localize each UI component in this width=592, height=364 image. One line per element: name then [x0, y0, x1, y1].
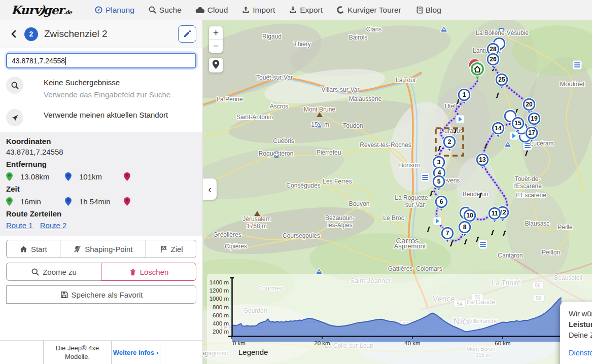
save-as-favorite-button[interactable]: Speichere als Favorit — [6, 285, 196, 304]
zoom-to-button[interactable]: Zoome zu — [6, 263, 101, 281]
map-label: Bendejun — [463, 191, 489, 198]
green-pin-icon — [6, 172, 13, 181]
distance-row: 13.08km 101km — [6, 172, 196, 181]
map-label: Roquestéron — [259, 150, 294, 157]
svg-text:1: 1 — [463, 91, 466, 98]
svg-text:7: 7 — [446, 230, 449, 237]
time-total: 1h 54min — [79, 197, 124, 206]
ad-more-info-link[interactable]: Weitere Infos› — [112, 341, 160, 364]
no-search-results-row: Keine Suchergebnisse Verwende das Eingab… — [0, 72, 202, 105]
elevation-profile-panel[interactable]: 1400 m1200 m1000 m800 m600 m400 m200 m0 … — [207, 274, 592, 364]
waypoint-number-badge: 2 — [24, 27, 38, 41]
svg-text:2: 2 — [448, 138, 451, 145]
map-label: Touët-sur-Var — [256, 74, 293, 81]
set-shaping-point-button[interactable]: Shaping-Point — [60, 240, 146, 258]
kurviger-logo[interactable]: Kurv)ger.de — [11, 3, 72, 17]
map-label: L'Escarène — [516, 192, 546, 199]
red-pin-icon — [124, 197, 131, 206]
nav-item-label: Suche — [159, 6, 182, 15]
search-icon — [6, 77, 23, 94]
y-axis-tick-label: 200 m — [213, 329, 229, 335]
nav-item-label: Planung — [106, 6, 134, 15]
map-label: Aspremont — [394, 242, 426, 250]
cloud-icon — [195, 6, 205, 14]
back-button[interactable] — [6, 25, 21, 43]
svg-text:13: 13 — [479, 156, 486, 163]
poi-menu-icon[interactable] — [478, 240, 487, 249]
distance-from-prev: 13.08km — [20, 172, 65, 181]
map-label: Cipières — [225, 243, 247, 250]
map-pin-icon — [212, 60, 220, 71]
delete-waypoint-button[interactable]: Löschen — [101, 263, 196, 281]
svg-text:25: 25 — [498, 76, 505, 83]
legend-toggle[interactable]: Legende — [238, 348, 268, 356]
nav-item-export[interactable]: Export — [289, 6, 323, 15]
sidebar-collapse-button[interactable]: ‹ — [203, 178, 217, 200]
coordinate-input[interactable]: 43.8781,7.24558 — [6, 53, 196, 68]
services-link[interactable]: Dienste a — [569, 348, 592, 358]
map-label: 15 — [311, 121, 318, 128]
nav-item-blog[interactable]: Blog — [415, 6, 441, 15]
coordinates-value: 43.8781,7.24558 — [6, 148, 196, 156]
use-current-location-row[interactable]: Verwende meinen aktuellen Standort — [0, 105, 202, 130]
pencil-icon — [183, 28, 192, 40]
map-label: Revest-les-Roches — [360, 141, 411, 149]
peak-label: Jérusalem — [242, 215, 270, 223]
edit-waypoint-button[interactable] — [178, 25, 196, 43]
nav-item-label: Blog — [426, 6, 441, 15]
set-destination-button[interactable]: Ziel — [146, 240, 196, 258]
peak-label: 1768 m — [247, 223, 267, 230]
set-start-button[interactable]: Start — [6, 240, 60, 258]
nav-item-cloud[interactable]: Cloud — [195, 6, 228, 15]
route-2-link[interactable]: Route 2 — [40, 221, 67, 230]
svg-text:17: 17 — [528, 129, 535, 136]
zoom-out-button[interactable]: − — [209, 40, 223, 53]
map-label: Toudon — [343, 122, 363, 129]
map-label: les-Alpes — [327, 222, 352, 229]
map-label: Clans — [366, 26, 382, 33]
nav-item-label: Kurviger Tourer — [347, 6, 401, 15]
x-axis-tick-label: 0 km — [233, 340, 246, 346]
coordinates-label: Koordinaten — [6, 137, 196, 145]
zoom-control: + − — [209, 26, 223, 53]
nav-item-label: Cloud — [207, 6, 228, 15]
svg-text:20: 20 — [526, 101, 533, 108]
nav-item-kurviger-tourer[interactable]: Kurviger Tourer — [336, 6, 401, 15]
zoom-in-button[interactable]: + — [209, 26, 223, 40]
route-1-link[interactable]: Route 1 — [6, 221, 33, 230]
map-canvas[interactable]: 545556565152 Saint-JeannetCourmesVenceLa… — [203, 20, 592, 364]
map-label: m — [324, 121, 329, 128]
x-axis-tick-label: 60 km — [495, 340, 510, 346]
popup-text-line1: Wir würd — [569, 309, 592, 319]
svg-text:14: 14 — [495, 125, 502, 132]
poi-menu-icon[interactable] — [573, 60, 582, 69]
time-label: Zeit — [6, 185, 196, 193]
search-icon — [148, 6, 157, 14]
tourer-icon — [336, 6, 345, 14]
no-results-text: Keine Suchergebnisse — [44, 77, 170, 89]
svg-text:11: 11 — [492, 210, 498, 217]
shaping-point-icon — [73, 245, 82, 253]
nav-item-import[interactable]: Import — [241, 6, 275, 15]
time-row: 16min 1h 54min — [6, 197, 196, 206]
map-label: Saint-Antonin — [236, 114, 273, 121]
poi-menu-icon[interactable] — [421, 173, 430, 182]
map-label: Rigaud — [262, 33, 282, 40]
nav-item-suche[interactable]: Suche — [148, 6, 182, 15]
y-axis-tick-label: 800 m — [213, 304, 229, 310]
top-navbar: Kurv)ger.de PlanungSucheCloudImportExpor… — [0, 0, 592, 20]
nav-item-planung[interactable]: Planung — [94, 6, 134, 15]
locate-button[interactable] — [209, 58, 223, 72]
map-label: Gattières — [388, 265, 413, 272]
popup-text-line3: Deine Zu — [569, 330, 592, 341]
home-icon — [19, 245, 28, 253]
trash-icon — [129, 268, 137, 276]
map-label: Thiéry — [294, 41, 310, 48]
red-pin-icon — [124, 172, 131, 181]
svg-text:19: 19 — [531, 115, 538, 122]
y-axis-tick-label: 1000 m — [210, 296, 229, 302]
waypoint-header: 2 Zwischenziel 2 — [0, 20, 202, 48]
y-axis-tick-label: 1200 m — [210, 287, 229, 294]
map-label: Bouyon — [349, 200, 370, 207]
nav-item-label: Export — [300, 6, 323, 15]
